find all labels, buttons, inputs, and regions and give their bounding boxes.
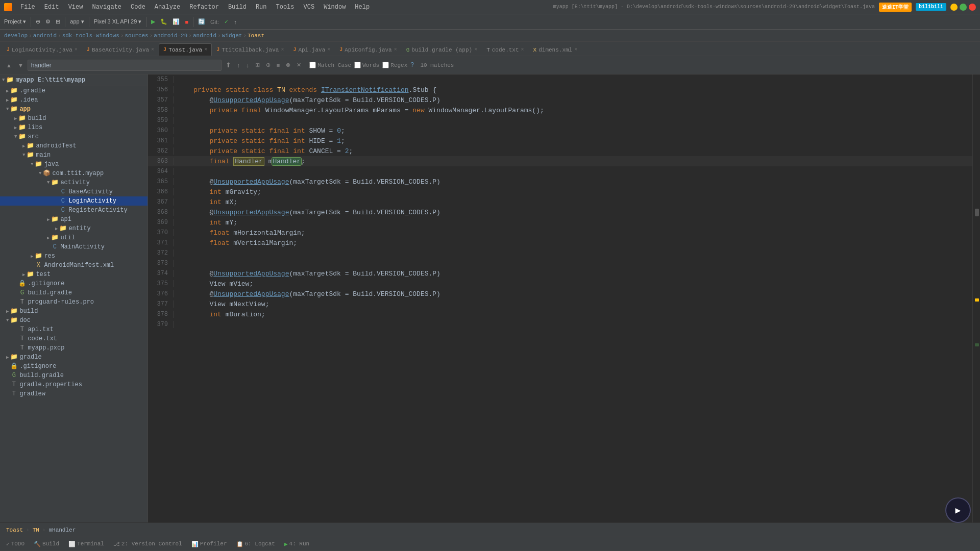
close-tab-ttitcallback[interactable]: × bbox=[281, 47, 284, 53]
tree-item-buildgradle-app[interactable]: ▶ G build.gradle bbox=[0, 288, 148, 297]
bottom-tab-todo[interactable]: ✓ TODO bbox=[2, 540, 29, 548]
tree-item-doc[interactable]: ▼ 📁 doc bbox=[0, 316, 148, 325]
menu-vcs[interactable]: VCS bbox=[300, 3, 319, 12]
menu-analyze[interactable]: Analyze bbox=[151, 3, 184, 12]
close-tab-baseactivity[interactable]: × bbox=[151, 47, 154, 53]
sync-button[interactable]: 🔄 bbox=[196, 17, 207, 26]
words-option[interactable]: Words bbox=[354, 62, 379, 68]
search-extra[interactable]: ⊕ bbox=[264, 61, 273, 69]
tree-item-proguard[interactable]: ▶ T proguard-rules.pro bbox=[0, 297, 148, 307]
search-extra2[interactable]: ≡ bbox=[275, 61, 282, 69]
close-button[interactable] bbox=[969, 4, 976, 11]
code-editor[interactable]: 355 356 private static class TN extends … bbox=[148, 74, 972, 522]
tree-item-codetxt[interactable]: ▶ T code.txt bbox=[0, 334, 148, 343]
search-extra3[interactable]: ⊗ bbox=[284, 61, 292, 69]
tree-item-entity[interactable]: ▶ 📁 entity bbox=[0, 224, 148, 233]
tree-item-gitignore-app[interactable]: ▶ 🔒 .gitignore bbox=[0, 279, 148, 288]
tree-item-build-app[interactable]: ▶ 📁 build bbox=[0, 114, 148, 123]
tree-item-java[interactable]: ▼ 📁 java bbox=[0, 160, 148, 169]
tree-item-androidtest[interactable]: ▶ 📁 androidTest bbox=[0, 141, 148, 151]
eb-mhandler[interactable]: mHandler bbox=[48, 527, 76, 533]
bc-widget[interactable]: widget bbox=[222, 33, 242, 39]
bottom-tab-terminal[interactable]: ⬜ Terminal bbox=[64, 540, 108, 548]
close-tab-loginactivity[interactable]: × bbox=[75, 47, 78, 53]
tree-item-apitxt[interactable]: ▶ T api.txt bbox=[0, 325, 148, 334]
tree-item-build-root[interactable]: ▶ 📁 build bbox=[0, 307, 148, 316]
eb-tn[interactable]: TN bbox=[33, 527, 39, 533]
stop-button[interactable]: ■ bbox=[183, 18, 190, 26]
match-case-option[interactable]: Match Case bbox=[309, 62, 351, 68]
project-dropdown[interactable]: Project ▾ bbox=[2, 17, 28, 26]
close-tab-apiconfig[interactable]: × bbox=[394, 47, 397, 53]
tree-item-gradlew[interactable]: ▶ T gradlew bbox=[0, 389, 148, 398]
match-case-checkbox[interactable] bbox=[309, 62, 316, 68]
tree-item-gradle-hidden[interactable]: ▶ 📁 .gradle bbox=[0, 86, 148, 95]
tree-item-idea[interactable]: ▶ 📁 .idea bbox=[0, 95, 148, 105]
maximize-button[interactable] bbox=[960, 4, 967, 11]
close-tab-toast[interactable]: × bbox=[204, 47, 207, 53]
menu-view[interactable]: View bbox=[64, 3, 87, 12]
menu-file[interactable]: File bbox=[16, 3, 39, 12]
tree-item-registeractivity[interactable]: ▶ C RegisterActivity bbox=[0, 206, 148, 215]
tree-item-src[interactable]: ▼ 📁 src bbox=[0, 132, 148, 141]
bottom-tab-profiler[interactable]: 📊 Profiler bbox=[187, 540, 231, 548]
tab-ttitcallback[interactable]: J TtitCallback.java × bbox=[212, 43, 288, 56]
video-widget[interactable]: ▶ bbox=[945, 497, 971, 523]
tree-item-libs[interactable]: ▶ 📁 libs bbox=[0, 123, 148, 132]
minimize-button[interactable] bbox=[950, 4, 958, 11]
bottom-tab-logcat[interactable]: 📋 6: Logcat bbox=[232, 540, 279, 548]
tab-loginactivity[interactable]: J LoginActivity.java × bbox=[2, 43, 82, 56]
tree-item-app[interactable]: ▼ 📁 app bbox=[0, 105, 148, 114]
bottom-tab-vcs[interactable]: ⎇ 2: Version Control bbox=[109, 540, 186, 548]
regex-option[interactable]: Regex bbox=[382, 62, 407, 68]
git-push[interactable]: ↑ bbox=[232, 18, 239, 26]
close-tab-dimens[interactable]: × bbox=[574, 47, 577, 53]
close-tab-buildgradle[interactable]: × bbox=[474, 47, 477, 53]
toolbar-add[interactable]: ⊕ bbox=[34, 17, 42, 26]
menu-help[interactable]: Help bbox=[351, 3, 374, 12]
search-up-btn[interactable]: ↑ bbox=[235, 61, 242, 69]
tab-toast[interactable]: J Toast.java × bbox=[159, 43, 212, 56]
words-checkbox[interactable] bbox=[354, 62, 361, 68]
menu-edit[interactable]: Edit bbox=[40, 3, 63, 12]
git-check[interactable]: ✓ bbox=[222, 17, 231, 26]
search-navigate-down[interactable]: ▼ bbox=[16, 61, 26, 69]
search-input[interactable] bbox=[28, 60, 222, 71]
search-down-btn[interactable]: ↓ bbox=[244, 61, 251, 69]
tree-item-main[interactable]: ▼ 📁 main bbox=[0, 151, 148, 160]
run-button[interactable]: ▶ bbox=[149, 17, 157, 26]
menu-run[interactable]: Run bbox=[252, 3, 271, 12]
tree-item-res[interactable]: ▶ 📁 res bbox=[0, 252, 148, 261]
search-navigate-up[interactable]: ▲ bbox=[4, 61, 14, 69]
bc-android29[interactable]: android-29 bbox=[154, 33, 187, 39]
bc-toast[interactable]: Toast bbox=[248, 33, 264, 39]
bc-sources[interactable]: sources bbox=[125, 33, 148, 39]
tab-api[interactable]: J Api.java × bbox=[288, 43, 335, 56]
tab-buildgradle[interactable]: G build.gradle (app) × bbox=[402, 43, 482, 56]
tree-item-manifest[interactable]: ▶ X AndroidManifest.xml bbox=[0, 261, 148, 270]
regex-checkbox[interactable] bbox=[382, 62, 389, 68]
tree-item-util[interactable]: ▶ 📁 util bbox=[0, 233, 148, 242]
menu-tools[interactable]: Tools bbox=[272, 3, 299, 12]
bottom-tab-run[interactable]: ▶ 4: Run bbox=[280, 540, 313, 548]
menu-navigate[interactable]: Navigate bbox=[88, 3, 126, 12]
tree-item-test[interactable]: ▶ 📁 test bbox=[0, 270, 148, 279]
tab-codetxt[interactable]: T code.txt × bbox=[482, 43, 528, 56]
bc-develop[interactable]: develop bbox=[4, 33, 28, 39]
tree-item-gradle-properties[interactable]: ▶ T gradle.properties bbox=[0, 380, 148, 389]
tree-item-package[interactable]: ▼ 📦 com.ttit.myapp bbox=[0, 169, 148, 178]
menu-build[interactable]: Build bbox=[224, 3, 251, 12]
bc-android2[interactable]: android bbox=[193, 33, 216, 39]
bc-sdk[interactable]: sdk-tools-windows bbox=[62, 33, 119, 39]
tree-item-mainactivity[interactable]: ▶ C MainActivity bbox=[0, 242, 148, 252]
debug-button[interactable]: 🐛 bbox=[158, 17, 169, 26]
menu-code[interactable]: Code bbox=[127, 3, 150, 12]
bottom-tab-build[interactable]: 🔨 Build bbox=[30, 540, 63, 548]
close-search[interactable]: ✕ bbox=[295, 61, 303, 69]
tree-item-api[interactable]: ▶ 📁 api bbox=[0, 215, 148, 224]
tree-item-buildgradle-root[interactable]: ▶ G build.gradle bbox=[0, 371, 148, 380]
tree-item-gradle-root[interactable]: ▶ 📁 gradle bbox=[0, 353, 148, 362]
search-filter[interactable]: ⊞ bbox=[253, 61, 262, 69]
device-selector[interactable]: Pixel 3 XL API 29 ▾ bbox=[92, 17, 144, 26]
tab-apiconfig[interactable]: J ApiConfig.java × bbox=[335, 43, 401, 56]
